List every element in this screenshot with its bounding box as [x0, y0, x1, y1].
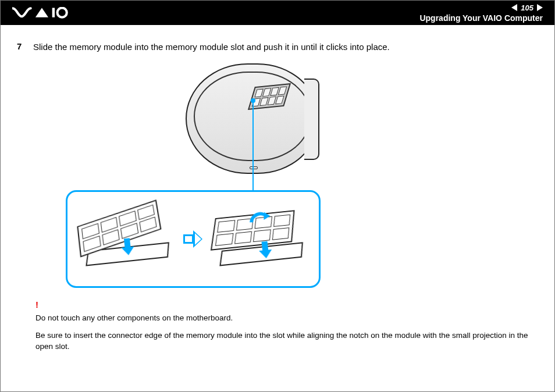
svg-rect-0	[52, 8, 55, 17]
warning-icon: !	[35, 298, 538, 311]
press-down-icon	[258, 241, 273, 259]
svg-point-1	[58, 8, 67, 17]
header-right: 105 Upgrading Your VAIO Computer	[419, 3, 543, 23]
page-number: 105	[521, 3, 533, 12]
memory-slot-on-device	[248, 83, 291, 110]
detail-callout	[66, 190, 321, 288]
step-number: 7	[17, 41, 25, 53]
nav-next-icon[interactable]	[537, 4, 543, 11]
warning-line-1: Do not touch any other components on the…	[35, 312, 538, 324]
caution-block: ! Do not touch any other components on t…	[17, 298, 538, 352]
step-forward-icon	[183, 230, 203, 248]
page-navigation: 105	[419, 3, 543, 12]
instruction-step: 7 Slide the memory module into the memor…	[17, 41, 538, 53]
warning-line-2: Be sure to insert the connector edge of …	[35, 330, 538, 352]
vaio-logo	[12, 7, 68, 19]
press-down-icon	[120, 238, 135, 256]
manual-page: 105 Upgrading Your VAIO Computer 7 Slide…	[0, 0, 555, 392]
figure	[17, 58, 538, 296]
memory-insert-step1	[78, 209, 176, 270]
nav-prev-icon[interactable]	[511, 4, 517, 11]
page-header: 105 Upgrading Your VAIO Computer	[1, 1, 554, 25]
memory-insert-step2	[212, 209, 310, 270]
rotate-down-icon	[247, 208, 271, 227]
section-title: Upgrading Your VAIO Computer	[419, 13, 543, 23]
step-text: Slide the memory module into the memory …	[33, 41, 538, 53]
page-content: 7 Slide the memory module into the memor…	[1, 25, 554, 370]
device-side	[304, 79, 319, 160]
leader-line	[252, 101, 254, 194]
device-port	[250, 166, 258, 169]
